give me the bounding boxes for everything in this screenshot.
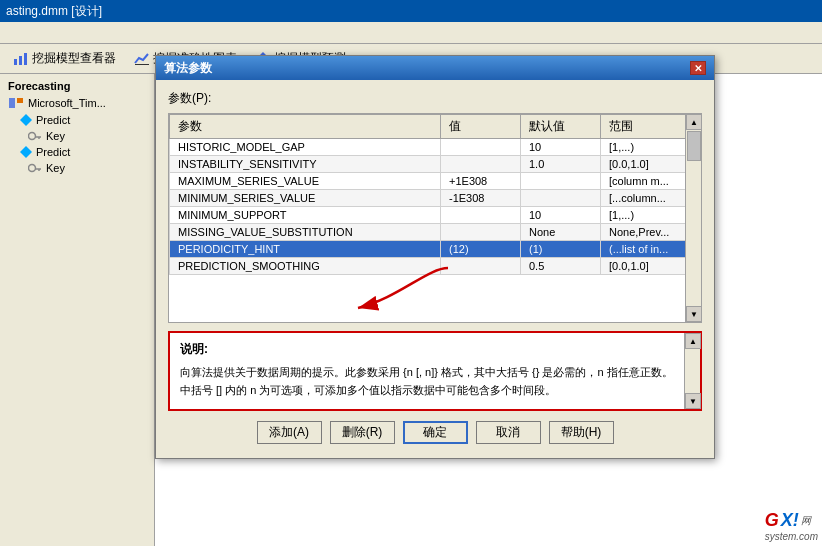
delete-button[interactable]: 删除(R)	[330, 421, 395, 444]
cell-value	[441, 207, 521, 224]
cell-value	[441, 139, 521, 156]
tree-item-predict-1[interactable]: Predict	[0, 112, 154, 128]
scrollbar-up-arrow[interactable]: ▲	[686, 114, 702, 130]
svg-point-12	[29, 165, 36, 172]
chart-icon	[13, 51, 29, 67]
desc-title: 说明:	[180, 341, 690, 358]
desc-scrollbar[interactable]: ▲ ▼	[684, 333, 700, 409]
scrollbar-thumb[interactable]	[687, 131, 701, 161]
table-row[interactable]: INSTABILITY_SENSITIVITY1.0[0.0,1.0]	[170, 156, 701, 173]
cell-param: MISSING_VALUE_SUBSTITUTION	[170, 224, 441, 241]
table-row[interactable]: MAXIMUM_SERIES_VALUE+1E308[column m...	[170, 173, 701, 190]
cell-value: (12)	[441, 241, 521, 258]
table-row[interactable]: MINIMUM_SERIES_VALUE-1E308[...column...	[170, 190, 701, 207]
chart2-icon	[134, 51, 150, 67]
desc-content: 向算法提供关于数据周期的提示。此参数采用 {n [, n]} 格式，其中大括号 …	[180, 364, 690, 399]
svg-rect-3	[135, 64, 149, 65]
params-table: 参数 值 默认值 范围 HISTORIC_MODEL_GAP10[1,...)I…	[169, 114, 701, 275]
menu-bar	[0, 22, 822, 44]
table-scrollbar[interactable]: ▲ ▼	[685, 114, 701, 322]
watermark: G X! 网 system.com	[765, 510, 818, 542]
svg-marker-7	[20, 114, 32, 126]
algorithm-params-dialog: 算法参数 ✕ 参数(P): 参数 值 默认值 范围 HISTORIC_MODEL…	[155, 55, 715, 459]
dialog-close-button[interactable]: ✕	[690, 61, 706, 75]
watermark-x: X!	[781, 510, 799, 531]
tree-item-label-predict1: Predict	[36, 114, 70, 126]
cell-value	[441, 156, 521, 173]
tree-item-key-2[interactable]: Key	[0, 160, 154, 176]
table-row[interactable]: PREDICTION_SMOOTHING0.5[0.0,1.0]	[170, 258, 701, 275]
predict-icon-1	[20, 114, 32, 126]
cell-param: INSTABILITY_SENSITIVITY	[170, 156, 441, 173]
dialog-buttons: 添加(A) 删除(R) 确定 取消 帮助(H)	[168, 421, 702, 448]
window-title: asting.dmm [设计]	[6, 3, 102, 20]
svg-rect-5	[9, 98, 15, 108]
cell-default	[521, 173, 601, 190]
tree-item-key-1[interactable]: Key	[0, 128, 154, 144]
table-row[interactable]: MISSING_VALUE_SUBSTITUTIONNoneNone,Prev.…	[170, 224, 701, 241]
description-box: 说明: 向算法提供关于数据周期的提示。此参数采用 {n [, n]} 格式，其中…	[168, 331, 702, 411]
cell-default: 0.5	[521, 258, 601, 275]
help-button[interactable]: 帮助(H)	[549, 421, 614, 444]
cell-default	[521, 190, 601, 207]
desc-scrollbar-track	[685, 349, 700, 393]
key-icon-1	[28, 130, 42, 142]
tree-item-label-key2: Key	[46, 162, 65, 174]
watermark-g: G	[765, 510, 779, 531]
microsoft-icon	[8, 96, 24, 110]
cell-default: 1.0	[521, 156, 601, 173]
svg-point-8	[29, 133, 36, 140]
cell-param: PREDICTION_SMOOTHING	[170, 258, 441, 275]
scrollbar-down-arrow[interactable]: ▼	[686, 306, 702, 322]
key-icon-2	[28, 162, 42, 174]
params-table-container: 参数 值 默认值 范围 HISTORIC_MODEL_GAP10[1,...)I…	[168, 113, 702, 323]
table-row[interactable]: MINIMUM_SUPPORT10[1,...)	[170, 207, 701, 224]
svg-rect-1	[19, 56, 22, 65]
table-row[interactable]: HISTORIC_MODEL_GAP10[1,...)	[170, 139, 701, 156]
svg-rect-0	[14, 59, 17, 65]
left-panel: Forecasting Microsoft_Tim... Predict	[0, 74, 155, 546]
cell-param: HISTORIC_MODEL_GAP	[170, 139, 441, 156]
add-button[interactable]: 添加(A)	[257, 421, 322, 444]
cell-param: MINIMUM_SUPPORT	[170, 207, 441, 224]
tree-item-microsoft[interactable]: Microsoft_Tim...	[0, 94, 154, 112]
dialog-title-bar: 算法参数 ✕	[156, 56, 714, 80]
col-header-default: 默认值	[521, 115, 601, 139]
toolbar-mining-viewer[interactable]: 挖掘模型查看器	[6, 47, 123, 70]
cell-default: 10	[521, 207, 601, 224]
tree-item-label-key1: Key	[46, 130, 65, 142]
cancel-button[interactable]: 取消	[476, 421, 541, 444]
cell-default: 10	[521, 139, 601, 156]
cell-param: MINIMUM_SERIES_VALUE	[170, 190, 441, 207]
cell-value	[441, 224, 521, 241]
title-bar: asting.dmm [设计]	[0, 0, 822, 22]
cell-default: (1)	[521, 241, 601, 258]
cell-value: -1E308	[441, 190, 521, 207]
cell-param: MAXIMUM_SERIES_VALUE	[170, 173, 441, 190]
desc-scrollbar-down[interactable]: ▼	[685, 393, 701, 409]
cell-param: PERIODICITY_HINT	[170, 241, 441, 258]
cell-default: None	[521, 224, 601, 241]
col-header-value: 值	[441, 115, 521, 139]
table-row[interactable]: PERIODICITY_HINT(12)(1)(...list of in...	[170, 241, 701, 258]
cell-value	[441, 258, 521, 275]
table-header-row: 参数 值 默认值 范围	[170, 115, 701, 139]
predict-icon-2	[20, 146, 32, 158]
cell-value: +1E308	[441, 173, 521, 190]
tree-item-predict-2[interactable]: Predict	[0, 144, 154, 160]
scrollbar-track	[686, 130, 701, 306]
tree-item-label-microsoft: Microsoft_Tim...	[28, 97, 106, 109]
svg-marker-11	[20, 146, 32, 158]
desc-scrollbar-up[interactable]: ▲	[685, 333, 701, 349]
dialog-body: 参数(P): 参数 值 默认值 范围 HISTORIC_MODEL_GAP10[…	[156, 80, 714, 458]
col-header-param: 参数	[170, 115, 441, 139]
tree-item-label-predict2: Predict	[36, 146, 70, 158]
svg-rect-2	[24, 53, 27, 65]
left-panel-title: Forecasting	[0, 78, 154, 94]
watermark-domain: system.com	[765, 531, 818, 542]
dialog-title: 算法参数	[164, 60, 212, 77]
svg-rect-6	[17, 98, 23, 103]
ok-button[interactable]: 确定	[403, 421, 468, 444]
toolbar-label-viewer: 挖掘模型查看器	[32, 50, 116, 67]
watermark-network: 网	[801, 514, 811, 528]
